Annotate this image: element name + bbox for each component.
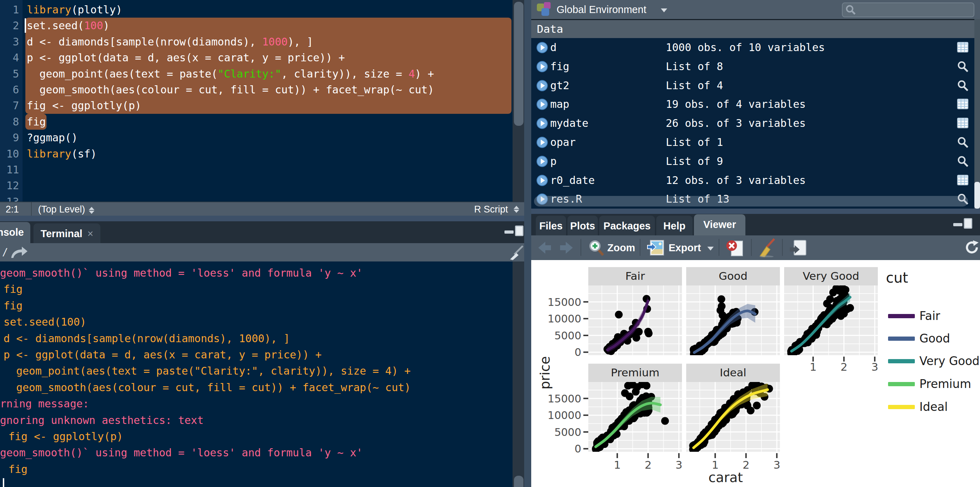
- refresh-icon[interactable]: [965, 240, 979, 255]
- viewer-content[interactable]: FairGoodVery GoodPremiumIdeal05000100001…: [531, 260, 980, 487]
- variable-summary: 1000 obs. of 10 variables: [666, 41, 825, 55]
- tab-plots[interactable]: Plots: [568, 216, 598, 236]
- environment-row[interactable]: mydate26 obs. of 3 variables: [531, 114, 974, 134]
- environment-toolbar: Global Environment: [531, 0, 980, 19]
- facet-strip-label: Fair: [625, 270, 645, 282]
- tab-packages[interactable]: Packages: [599, 216, 655, 236]
- legend-label: Ideal: [920, 400, 948, 414]
- open-in-new-window-icon[interactable]: [789, 240, 807, 256]
- zoom-icon[interactable]: [588, 240, 605, 256]
- magnifier-icon[interactable]: [957, 60, 969, 73]
- table-icon[interactable]: [957, 41, 969, 54]
- environment-row[interactable]: map19 obs. of 4 variables: [531, 95, 974, 115]
- expand-icon[interactable]: [536, 41, 548, 54]
- spinner-icon: [514, 205, 519, 213]
- minimize-icon[interactable]: [504, 231, 514, 234]
- console-scrollbar[interactable]: [512, 261, 524, 487]
- editor-scrollbar-thumb[interactable]: [514, 2, 523, 126]
- variable-summary: List of 1: [666, 135, 723, 150]
- table-icon[interactable]: [957, 117, 969, 129]
- code-line: p <- ggplot(data = d, aes(x = carat, y =…: [27, 50, 345, 65]
- pane-divider-horizontal[interactable]: [531, 208, 980, 214]
- facet-strip-label: Very Good: [803, 270, 859, 282]
- environment-row[interactable]: pList of 9: [531, 152, 974, 172]
- clear-viewer-icon[interactable]: [758, 238, 776, 257]
- scope-selector[interactable]: (Top Level): [38, 202, 94, 216]
- expand-icon[interactable]: [536, 80, 548, 92]
- line-number: 8: [0, 114, 19, 130]
- forward-icon[interactable]: [559, 241, 573, 255]
- tab-viewer[interactable]: Viewer: [694, 214, 745, 236]
- goto-directory-icon[interactable]: [10, 246, 28, 259]
- console-scrollbar-thumb[interactable]: [514, 476, 523, 487]
- table-icon[interactable]: [957, 98, 969, 110]
- maximize-icon[interactable]: [964, 218, 972, 229]
- console-line: fig: [3, 298, 22, 314]
- expand-icon[interactable]: [536, 136, 548, 148]
- console-line: set.seed(100): [3, 314, 86, 330]
- line-number: 6: [0, 82, 19, 98]
- environment-vscrollbar[interactable]: [974, 19, 980, 208]
- viewer-tabbar: FilesPlotsPackagesHelpViewer: [531, 214, 980, 236]
- facet-chart: FairGoodVery GoodPremiumIdeal05000100001…: [531, 260, 980, 487]
- environment-search-input[interactable]: [842, 2, 974, 17]
- console-tabbar: onsoleTerminal×: [0, 221, 524, 243]
- y-tick-label: 15000: [548, 393, 581, 405]
- pane-divider-vertical[interactable]: [524, 0, 531, 487]
- tab-help[interactable]: Help: [656, 216, 692, 236]
- console-line: geom_point(aes(text = paste("Clarity:", …: [16, 363, 411, 379]
- environment-row[interactable]: r0_date12 obs. of 3 variables: [531, 171, 974, 191]
- expand-icon[interactable]: [536, 60, 548, 73]
- environment-row[interactable]: d1000 obs. of 10 variables: [531, 38, 974, 58]
- expand-icon[interactable]: [536, 174, 548, 186]
- tab-onsole[interactable]: onsole: [0, 222, 30, 243]
- maximize-icon[interactable]: [515, 226, 523, 236]
- toolbar-separator: [751, 239, 752, 256]
- environment-row[interactable]: oparList of 1: [531, 133, 974, 153]
- working-directory: /: [2, 243, 8, 261]
- back-icon[interactable]: [538, 241, 552, 255]
- variable-name: gt2: [550, 79, 569, 93]
- expand-icon[interactable]: [536, 155, 548, 167]
- export-button[interactable]: Export: [668, 236, 701, 260]
- x-tick-label: 2: [644, 458, 652, 471]
- zoom-button[interactable]: Zoom: [607, 236, 635, 260]
- console-line: geom_smooth()` using method = 'loess' an…: [0, 265, 363, 281]
- code-line: d <- diamonds[sample(nrow(diamonds), 100…: [27, 34, 313, 50]
- environment-row[interactable]: gt2List of 4: [531, 76, 974, 96]
- magnifier-icon[interactable]: [957, 80, 969, 92]
- magnifier-icon[interactable]: [957, 136, 969, 148]
- magnifier-icon[interactable]: [957, 155, 969, 167]
- environment-vscrollbar-thumb[interactable]: [974, 182, 980, 208]
- minimize-icon[interactable]: [953, 223, 963, 226]
- toolbar-separator: [640, 239, 640, 256]
- search-icon: [845, 5, 856, 15]
- environment-hscrollbar[interactable]: [534, 196, 968, 207]
- y-tick-label: 5000: [554, 329, 581, 342]
- line-number: 12: [0, 178, 19, 193]
- source-editor[interactable]: 12345678910111213 library(plotly)set.see…: [0, 0, 524, 202]
- tab-files[interactable]: Files: [536, 216, 566, 236]
- export-image-icon[interactable]: [647, 240, 664, 256]
- expand-icon[interactable]: [536, 98, 548, 110]
- legend-swatch: [888, 359, 915, 363]
- variable-name: fig: [550, 60, 569, 74]
- tab-terminal[interactable]: Terminal×: [33, 223, 100, 243]
- environment-scope-dropdown[interactable]: Global Environment: [557, 0, 646, 19]
- x-tick-label: 2: [840, 360, 848, 373]
- console-line: geom_smooth(aes(colour = cut, fill = cut…: [16, 380, 411, 396]
- file-type-selector[interactable]: R Script: [474, 202, 508, 216]
- environment-section-header: Data: [531, 19, 980, 39]
- clear-console-icon[interactable]: [509, 245, 524, 260]
- delete-viewer-item-icon[interactable]: [725, 239, 743, 256]
- legend-swatch: [888, 314, 915, 318]
- variable-name: r0_date: [550, 173, 595, 188]
- editor-scrollbar[interactable]: [512, 0, 524, 202]
- close-icon[interactable]: ×: [88, 228, 93, 239]
- variable-summary: List of 9: [666, 154, 723, 169]
- table-icon[interactable]: [957, 174, 969, 186]
- pane-divider-horizontal[interactable]: [0, 216, 524, 221]
- environment-row[interactable]: figList of 8: [531, 57, 974, 77]
- console-output[interactable]: geom_smooth()` using method = 'loess' an…: [0, 261, 524, 487]
- expand-icon[interactable]: [536, 117, 548, 129]
